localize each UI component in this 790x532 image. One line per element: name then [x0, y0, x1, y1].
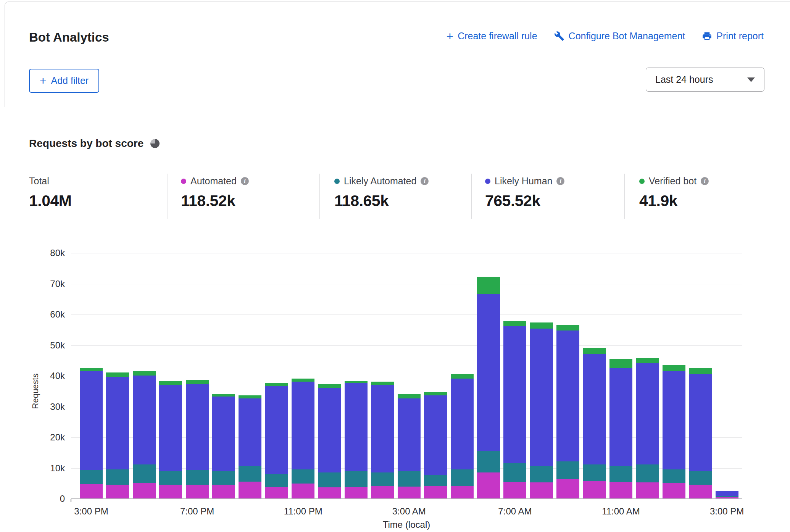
bar-segment-verified-bot[interactable] [424, 392, 447, 395]
bar-segment-likely-automated[interactable] [265, 474, 288, 487]
bar-segment-likely-automated[interactable] [80, 470, 103, 484]
stacked-bar[interactable] [609, 359, 632, 498]
bar-segment-automated[interactable] [663, 483, 685, 498]
info-icon[interactable]: i [701, 177, 709, 185]
bar-segment-automated[interactable] [398, 487, 421, 498]
bar-segment-likely-automated[interactable] [371, 472, 394, 486]
bar-segment-verified-bot[interactable] [583, 348, 606, 354]
bar-segment-likely-human[interactable] [80, 371, 103, 470]
bar-segment-automated[interactable] [689, 485, 712, 498]
bar-segment-likely-automated[interactable] [530, 466, 553, 482]
stacked-bar[interactable] [556, 325, 579, 498]
stacked-bar[interactable] [477, 277, 500, 498]
bar-segment-likely-human[interactable] [345, 383, 368, 471]
bar-segment-likely-automated[interactable] [689, 471, 712, 485]
bar-segment-automated[interactable] [80, 484, 103, 498]
bar-segment-automated[interactable] [583, 481, 606, 498]
bar-segment-likely-human[interactable] [292, 382, 314, 469]
bar-segment-likely-human[interactable] [265, 386, 288, 474]
bar-segment-likely-human[interactable] [318, 388, 341, 472]
stacked-bar[interactable] [265, 383, 288, 498]
bar-segment-likely-automated[interactable] [609, 466, 632, 482]
stacked-bar[interactable] [106, 372, 129, 498]
create-firewall-rule-link[interactable]: + Create firewall rule [446, 31, 537, 42]
bar-segment-automated[interactable] [451, 486, 474, 498]
bar-segment-verified-bot[interactable] [239, 395, 261, 398]
stacked-bar[interactable] [186, 380, 209, 498]
bar-segment-verified-bot[interactable] [503, 321, 526, 326]
stacked-bar[interactable] [530, 322, 553, 498]
stacked-bar[interactable] [451, 374, 474, 498]
bar-segment-likely-automated[interactable] [503, 463, 526, 482]
bar-segment-automated[interactable] [477, 472, 500, 498]
bar-segment-verified-bot[interactable] [451, 374, 474, 379]
bar-segment-likely-human[interactable] [530, 329, 553, 466]
info-icon[interactable]: i [421, 177, 429, 185]
bar-segment-automated[interactable] [212, 485, 235, 498]
bar-segment-verified-bot[interactable] [477, 277, 500, 294]
bar-segment-likely-automated[interactable] [239, 466, 261, 481]
stacked-bar[interactable] [239, 395, 261, 498]
bar-segment-likely-human[interactable] [371, 385, 394, 472]
bar-segment-likely-automated[interactable] [477, 451, 500, 472]
stacked-bar[interactable] [689, 368, 712, 498]
bar-segment-likely-automated[interactable] [186, 470, 209, 485]
bar-segment-verified-bot[interactable] [212, 394, 235, 397]
stacked-bar[interactable] [398, 394, 421, 498]
bar-segment-likely-automated[interactable] [292, 469, 314, 484]
bar-segment-automated[interactable] [716, 497, 738, 498]
bar-segment-verified-bot[interactable] [159, 381, 182, 385]
stacked-bar[interactable] [663, 365, 685, 498]
bar-segment-likely-automated[interactable] [398, 471, 421, 487]
bar-segment-likely-automated[interactable] [451, 469, 474, 486]
bar-segment-likely-human[interactable] [451, 379, 474, 469]
bar-segment-likely-human[interactable] [133, 376, 156, 464]
bar-segment-likely-automated[interactable] [212, 471, 235, 485]
bar-segment-automated[interactable] [530, 482, 553, 498]
bar-segment-likely-human[interactable] [556, 330, 579, 461]
bar-segment-automated[interactable] [186, 485, 209, 498]
bar-segment-likely-human[interactable] [239, 398, 261, 466]
bar-segment-likely-human[interactable] [636, 363, 659, 465]
bar-segment-likely-human[interactable] [583, 354, 606, 465]
bar-segment-automated[interactable] [265, 487, 288, 498]
configure-bot-management-link[interactable]: Configure Bot Management [554, 31, 685, 42]
bar-segment-likely-automated[interactable] [345, 471, 368, 487]
stacked-bar[interactable] [503, 321, 526, 498]
bar-segment-likely-automated[interactable] [583, 464, 606, 481]
info-icon[interactable]: i [241, 177, 249, 185]
bar-segment-verified-bot[interactable] [292, 379, 314, 382]
bar-segment-likely-human[interactable] [716, 491, 738, 496]
bar-segment-verified-bot[interactable] [530, 322, 553, 329]
info-icon[interactable]: i [556, 177, 564, 185]
stacked-bar[interactable] [292, 379, 314, 498]
stacked-bar[interactable] [583, 348, 606, 498]
bar-segment-likely-human[interactable] [477, 294, 500, 451]
bar-segment-likely-human[interactable] [106, 377, 129, 469]
bar-segment-likely-human[interactable] [689, 374, 712, 471]
stacked-bar[interactable] [80, 368, 103, 498]
bar-segment-likely-human[interactable] [663, 371, 685, 469]
bar-segment-verified-bot[interactable] [371, 382, 394, 385]
bar-segment-verified-bot[interactable] [133, 371, 156, 376]
bar-segment-likely-human[interactable] [212, 397, 235, 471]
stacked-bar[interactable] [345, 381, 368, 498]
bar-segment-automated[interactable] [239, 482, 261, 498]
bar-segment-likely-automated[interactable] [663, 469, 685, 483]
bar-segment-verified-bot[interactable] [265, 383, 288, 386]
bar-segment-likely-human[interactable] [609, 368, 632, 466]
stacked-bar[interactable] [318, 384, 341, 498]
bar-segment-automated[interactable] [292, 484, 314, 498]
bar-segment-verified-bot[interactable] [186, 380, 209, 384]
bar-segment-likely-human[interactable] [159, 385, 182, 471]
stacked-bar[interactable] [636, 358, 659, 498]
bar-segment-verified-bot[interactable] [636, 358, 659, 363]
bar-segment-automated[interactable] [503, 482, 526, 498]
bar-segment-likely-automated[interactable] [636, 464, 659, 482]
bar-segment-likely-automated[interactable] [159, 471, 182, 485]
bar-segment-likely-human[interactable] [186, 384, 209, 470]
stacked-bar[interactable] [371, 382, 394, 498]
bar-segment-likely-automated[interactable] [424, 475, 447, 486]
bar-segment-likely-human[interactable] [398, 398, 421, 471]
stacked-bar[interactable] [424, 392, 447, 498]
